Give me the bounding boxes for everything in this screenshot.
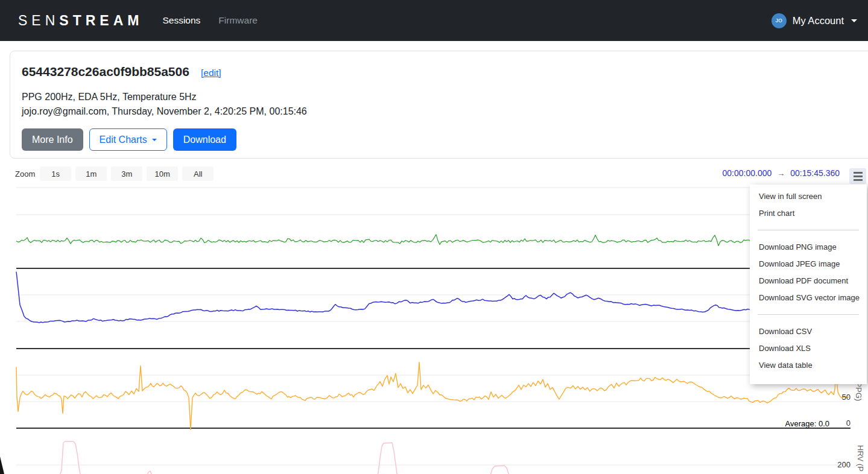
panel-pink-series [16,441,849,474]
menu-item-download-png-image[interactable]: Download PNG image [750,239,867,256]
hamburger-icon [854,172,863,174]
panel-orange-series [16,362,849,430]
menu-item-view-data-table[interactable]: View data table [750,357,867,374]
hrv-axis-title: HRV (P [856,445,865,472]
account-label: My Account [793,15,844,27]
stacked-signal-charts[interactable] [0,0,868,474]
menu-item-download-xls[interactable]: Download XLS [750,340,867,357]
avatar: JO [771,13,787,28]
nav-item-firmware[interactable]: Firmware [214,10,262,31]
menu-item-download-jpeg-image[interactable]: Download JPEG image [750,256,867,273]
menu-divider [758,314,859,315]
logo-thin: SEN [18,13,59,28]
menu-item-view-in-full-screen[interactable]: View in full screen [750,188,867,205]
menu-item-download-pdf-document[interactable]: Download PDF document [750,273,867,289]
ppg-average-annotation: Average: 0.0 [785,419,829,428]
account-menu[interactable]: JO My Account [771,13,857,28]
cutoff-label-artifact [0,457,4,474]
ppg-tick-0: 0 [846,419,851,428]
chevron-down-icon [851,19,857,22]
chart-context-menu-button[interactable] [849,168,866,184]
menu-item-print-chart[interactable]: Print chart [750,205,867,222]
menu-divider [758,230,859,230]
menu-item-download-svg-vector-image[interactable]: Download SVG vector image [750,289,867,306]
panel-green-series [16,235,849,246]
logo-bold: STREAM [59,13,143,28]
top-navbar: SENSTREAM SessionsFirmware JO My Account [0,0,868,41]
senstream-logo[interactable]: SENSTREAM [18,13,143,29]
chart-export-menu: View in full screenPrint chartDownload P… [750,185,867,384]
hrv-tick-200: 200 [837,460,851,469]
main-nav: SessionsFirmware [157,10,262,31]
ppg-tick-50: 50 [842,393,851,402]
panel-blue-series [16,272,849,323]
menu-item-download-csv[interactable]: Download CSV [750,323,867,340]
nav-item-sessions[interactable]: Sessions [157,10,205,31]
